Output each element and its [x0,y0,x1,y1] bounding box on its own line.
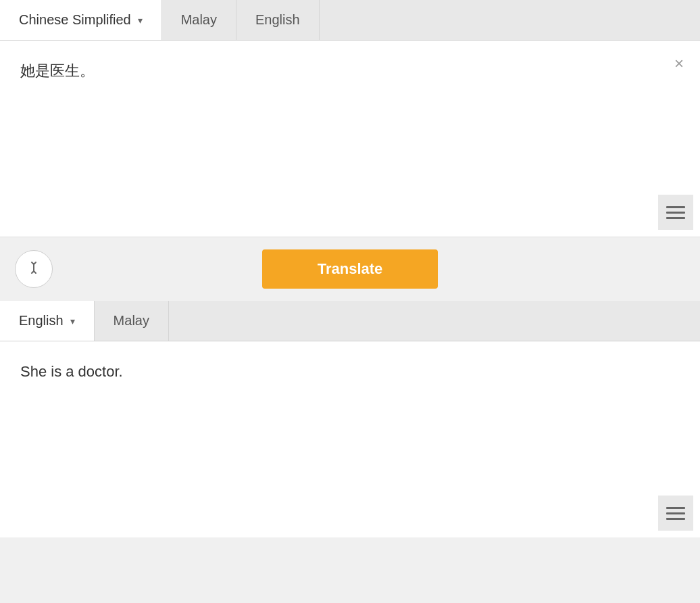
source-section: Chinese Simplified ▾ Malay English 她是医生。… [0,0,700,237]
source-menu-button[interactable] [658,195,693,230]
chevron-down-icon-target: ▾ [70,316,75,327]
app-container: Chinese Simplified ▾ Malay English 她是医生。… [0,0,700,537]
target-textarea-wrapper: She is a doctor. [0,341,700,537]
swap-icon [26,260,41,279]
source-tab-malay[interactable]: Malay [162,0,236,40]
hamburger-line-4 [666,507,685,509]
target-tab-english-label: English [19,313,64,329]
chevron-down-icon: ▾ [138,15,143,26]
source-tab-english[interactable]: English [236,0,320,40]
hamburger-line-1 [666,206,685,208]
source-textarea-wrapper: 她是医生。 × [0,41,700,237]
target-section: English ▾ Malay She is a doctor. [0,301,700,537]
target-menu-button[interactable] [658,496,693,531]
source-text[interactable]: 她是医生。 [0,41,700,223]
target-tab-bar: English ▾ Malay [0,301,700,341]
close-icon: × [674,54,684,72]
hamburger-line-5 [666,512,685,514]
hamburger-line-2 [666,212,685,214]
target-tab-malay[interactable]: Malay [95,301,169,341]
hamburger-line-3 [666,217,685,219]
middle-controls: Translate [0,237,700,301]
source-tab-bar: Chinese Simplified ▾ Malay English [0,0,700,41]
target-tab-malay-label: Malay [114,313,149,328]
target-text: She is a doctor. [0,341,700,537]
source-tab-chinese-simplified[interactable]: Chinese Simplified ▾ [0,0,162,40]
target-tab-english[interactable]: English ▾ [0,301,95,341]
source-tab-english-label: English [255,12,300,27]
swap-button[interactable] [15,250,53,288]
translate-button[interactable]: Translate [262,249,438,289]
source-tab-malay-label: Malay [181,12,217,27]
source-tab-chinese-simplified-label: Chinese Simplified [19,12,131,28]
hamburger-line-6 [666,518,685,520]
clear-button[interactable]: × [672,53,686,74]
